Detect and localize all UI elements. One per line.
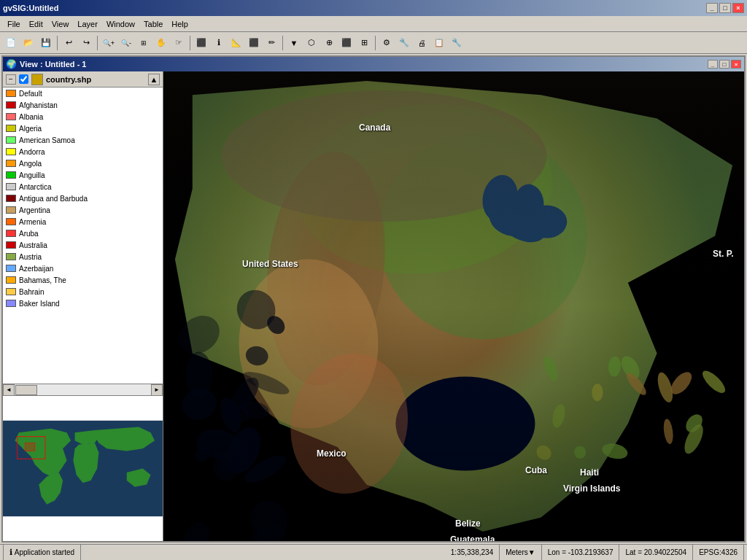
zoom-full-button[interactable]: ⊞ <box>136 35 152 51</box>
color-swatch <box>6 288 16 295</box>
draw-rect[interactable]: ⬛ <box>193 35 209 51</box>
collapse-button[interactable]: − <box>6 74 16 85</box>
layer-item[interactable]: Anguilla <box>3 169 163 181</box>
inner-minimize[interactable]: _ <box>708 60 718 69</box>
edit-button[interactable]: ✏ <box>263 35 279 51</box>
layer-item[interactable]: Armenia <box>3 216 163 228</box>
redo-button[interactable]: ↪ <box>78 35 94 51</box>
layer-item[interactable]: Angola <box>3 158 163 169</box>
new-button[interactable]: 📄 <box>3 35 19 51</box>
sidebar-scrollbar: ◄ ► <box>3 384 163 395</box>
maximize-button[interactable]: □ <box>719 3 731 13</box>
color-swatch <box>6 300 16 307</box>
layer-item[interactable]: Argentina <box>3 204 163 216</box>
layer-visibility-checkbox[interactable] <box>19 74 28 84</box>
layer-item[interactable]: Andorra <box>3 146 163 158</box>
menu-window[interactable]: Window <box>102 18 139 30</box>
query-button[interactable]: ⬛ <box>246 35 262 51</box>
scroll-left-button[interactable]: ◄ <box>3 384 15 396</box>
zoom-out-button[interactable]: 🔍- <box>118 35 134 51</box>
color-swatch <box>6 148 16 155</box>
menu-help[interactable]: Help <box>167 18 193 30</box>
lon-display: Lon = -103.2193637 <box>542 545 620 560</box>
layer-item[interactable]: Bahamas, The <box>3 274 163 286</box>
menu-table[interactable]: Table <box>139 18 167 30</box>
print-button[interactable]: 🖨 <box>414 35 430 51</box>
menu-bar: File Edit View Layer Window Table Help <box>0 16 747 32</box>
color-swatch <box>6 171 16 179</box>
settings-button[interactable]: ⚙ <box>379 35 395 51</box>
layer-label: Argentina <box>19 206 50 214</box>
layer-label: Bahrain <box>19 288 44 296</box>
app-status: ℹ Application started <box>3 545 81 560</box>
unit-selector[interactable]: Meters ▼ <box>500 545 541 560</box>
filter-button[interactable]: ▼ <box>286 35 302 51</box>
menu-file[interactable]: File <box>3 18 25 30</box>
inner-title-bar: 🌍 View : Untitled - 1 _ □ × <box>3 57 744 71</box>
layer-label: Anguilla <box>19 171 45 179</box>
layer-item[interactable]: Default <box>3 88 163 99</box>
separator-1 <box>57 36 58 50</box>
clip-button[interactable]: ⬡ <box>303 35 320 51</box>
layer-item[interactable]: Antarctica <box>3 181 163 192</box>
inner-close[interactable]: × <box>731 60 741 69</box>
sidebar-scroll-up[interactable]: ▲ <box>148 74 160 85</box>
ext-button[interactable]: 🔧 <box>396 35 412 51</box>
title-bar-buttons: _ □ × <box>706 3 744 13</box>
layer-item[interactable]: Australia <box>3 239 163 251</box>
lat-display: Lat = 20.94022504 <box>619 545 693 560</box>
layer-item[interactable]: Austria <box>3 251 163 262</box>
separator-4 <box>282 36 283 50</box>
close-button[interactable]: × <box>732 3 744 13</box>
separator-2 <box>97 36 98 50</box>
content-area: − country.shp ▲ DefaultAfghanistanAlbani… <box>3 71 744 541</box>
layer-item[interactable]: Afghanistan <box>3 99 163 111</box>
color-swatch <box>6 265 16 272</box>
scroll-thumb[interactable] <box>15 385 37 395</box>
scroll-track[interactable] <box>15 384 151 396</box>
layer-item[interactable]: Azerbaijan <box>3 262 163 274</box>
layer-label: Baker Island <box>19 300 60 308</box>
layer-item[interactable]: Aruba <box>3 228 163 239</box>
layer-label: Aruba <box>19 230 39 238</box>
undo-button[interactable]: ↩ <box>61 35 77 51</box>
layer-list[interactable]: DefaultAfghanistanAlbaniaAlgeriaAmerican… <box>3 88 163 384</box>
color-swatch <box>6 276 16 284</box>
inner-window: 🌍 View : Untitled - 1 _ □ × − country.sh… <box>1 55 746 542</box>
pan-button[interactable]: ✋ <box>153 35 169 51</box>
layer-item[interactable]: Baker Island <box>3 298 163 309</box>
mini-map-svg <box>3 396 163 541</box>
inner-maximize[interactable]: □ <box>719 60 729 69</box>
layer-item[interactable]: American Samoa <box>3 134 163 146</box>
color-swatch <box>6 183 16 190</box>
menu-layer[interactable]: Layer <box>73 18 102 30</box>
color-swatch <box>6 136 16 144</box>
measure-button[interactable]: 📐 <box>228 35 244 51</box>
scale-input[interactable]: ⬛ <box>338 35 355 51</box>
color-swatch <box>6 90 16 97</box>
layer-item[interactable]: Albania <box>3 111 163 122</box>
snap-button[interactable]: ⊕ <box>321 35 337 51</box>
info-button[interactable]: ℹ <box>211 35 227 51</box>
catalog-button[interactable]: 🔧 <box>449 35 465 51</box>
layer-label: Bahamas, The <box>19 276 66 284</box>
menu-edit[interactable]: Edit <box>25 18 47 30</box>
epsg-display: EPSG:4326 <box>693 545 744 560</box>
grid-button[interactable]: ⊞ <box>356 35 372 51</box>
layer-label: Albania <box>19 113 43 121</box>
open-button[interactable]: 📂 <box>20 35 36 51</box>
layer-item[interactable]: Bahrain <box>3 286 163 298</box>
layer-item[interactable]: Algeria <box>3 122 163 134</box>
scroll-right-button[interactable]: ► <box>151 384 163 396</box>
select-button[interactable]: ☞ <box>171 35 187 51</box>
color-swatch <box>6 113 16 120</box>
layout-button[interactable]: 📋 <box>431 35 447 51</box>
map-area[interactable]: CanadaUnited StatesMexicoCubaBelizeGuate… <box>163 71 744 541</box>
map-canvas <box>163 71 744 541</box>
menu-view[interactable]: View <box>47 18 74 30</box>
inner-window-title: View : Untitled - 1 <box>20 60 86 69</box>
minimize-button[interactable]: _ <box>706 3 718 13</box>
layer-item[interactable]: Antigua and Barbuda <box>3 192 163 204</box>
zoom-in-button[interactable]: 🔍+ <box>101 35 117 51</box>
save-button[interactable]: 💾 <box>38 35 54 51</box>
